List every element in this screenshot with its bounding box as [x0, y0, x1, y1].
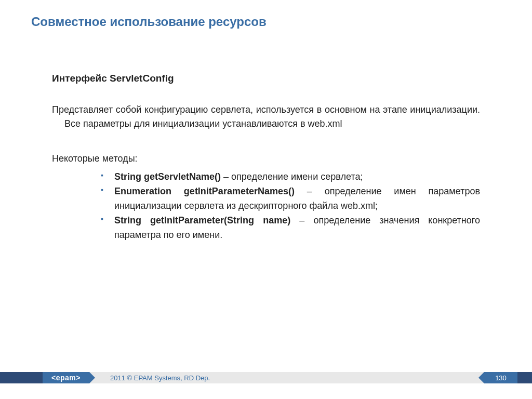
page-number: 130: [484, 372, 517, 383]
content-paragraph: Представляет собой конфигурацию сервлета…: [52, 103, 480, 131]
method-signature: String getInitParameter(String name): [114, 215, 290, 225]
list-item: String getServletName() – определение им…: [104, 170, 480, 184]
method-list: String getServletName() – определение им…: [52, 170, 480, 242]
footer-accent-right: [517, 372, 532, 383]
footer-copyright: 2011 © EPAM Systems, RD Dep.: [89, 372, 484, 383]
methods-intro: Некоторые методы:: [52, 152, 480, 166]
list-item: String getInitParameter(String name) – о…: [104, 214, 480, 243]
slide: Совместное использование ресурсов Интерф…: [0, 0, 532, 399]
footer-accent-left: [0, 372, 43, 383]
method-description: – определение имени сервлета;: [221, 171, 363, 182]
method-signature: String getServletName(): [114, 171, 221, 182]
footer-bar: <epam> 2011 © EPAM Systems, RD Dep. 130: [0, 372, 532, 383]
method-signature: Enumeration getInitParameterNames(): [114, 186, 295, 196]
content-subtitle: Интерфейс ServletConfig: [52, 73, 480, 84]
slide-title: Совместное использование ресурсов: [31, 15, 267, 29]
list-item: Enumeration getInitParameterNames() – оп…: [104, 184, 480, 214]
slide-content: Интерфейс ServletConfig Представляет соб…: [52, 73, 480, 242]
epam-logo: <epam>: [43, 372, 89, 383]
